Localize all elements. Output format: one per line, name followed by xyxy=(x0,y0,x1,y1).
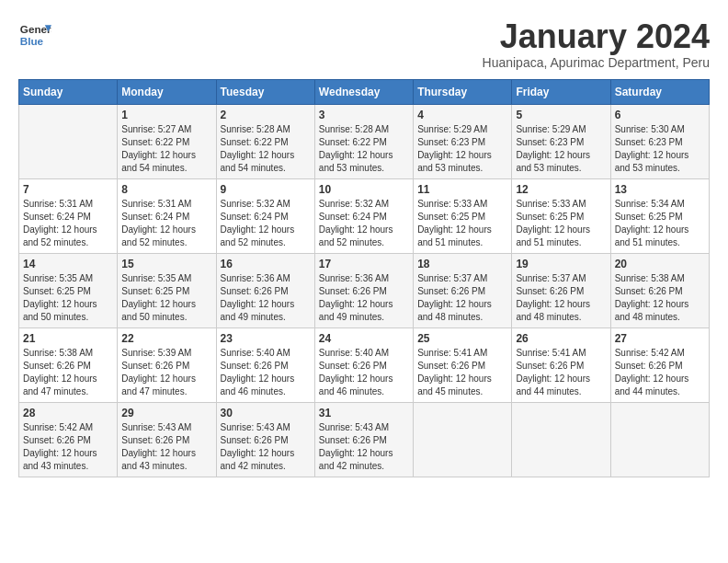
day-info: Sunrise: 5:32 AM Sunset: 6:24 PM Dayligh… xyxy=(221,198,311,249)
day-info: Sunrise: 5:29 AM Sunset: 6:23 PM Dayligh… xyxy=(516,123,606,175)
days-header-row: SundayMondayTuesdayWednesdayThursdayFrid… xyxy=(19,79,710,104)
day-number: 1 xyxy=(121,109,211,121)
day-info: Sunrise: 5:31 AM Sunset: 6:24 PM Dayligh… xyxy=(121,198,211,249)
calendar-cell: 8Sunrise: 5:31 AM Sunset: 6:24 PM Daylig… xyxy=(118,178,216,253)
day-number: 20 xyxy=(615,258,705,270)
day-number: 23 xyxy=(221,332,311,345)
day-info: Sunrise: 5:29 AM Sunset: 6:23 PM Dayligh… xyxy=(417,123,507,175)
day-info: Sunrise: 5:35 AM Sunset: 6:25 PM Dayligh… xyxy=(121,272,211,324)
day-info: Sunrise: 5:33 AM Sunset: 6:25 PM Dayligh… xyxy=(417,198,507,249)
calendar-cell: 30Sunrise: 5:43 AM Sunset: 6:26 PM Dayli… xyxy=(216,402,314,477)
calendar-cell: 18Sunrise: 5:37 AM Sunset: 6:26 PM Dayli… xyxy=(414,253,512,327)
day-number: 22 xyxy=(121,332,211,345)
day-info: Sunrise: 5:37 AM Sunset: 6:26 PM Dayligh… xyxy=(516,272,606,324)
day-header-wednesday: Wednesday xyxy=(314,79,413,104)
calendar-cell: 10Sunrise: 5:32 AM Sunset: 6:24 PM Dayli… xyxy=(314,178,413,253)
calendar-cell: 7Sunrise: 5:31 AM Sunset: 6:24 PM Daylig… xyxy=(19,178,118,253)
day-number: 8 xyxy=(121,183,211,196)
calendar-cell: 16Sunrise: 5:36 AM Sunset: 6:26 PM Dayli… xyxy=(216,253,314,327)
calendar-cell: 23Sunrise: 5:40 AM Sunset: 6:26 PM Dayli… xyxy=(216,327,314,402)
week-row-1: 1Sunrise: 5:27 AM Sunset: 6:22 PM Daylig… xyxy=(19,104,710,178)
day-header-thursday: Thursday xyxy=(414,79,512,104)
calendar-cell: 19Sunrise: 5:37 AM Sunset: 6:26 PM Dayli… xyxy=(512,253,610,327)
day-info: Sunrise: 5:37 AM Sunset: 6:26 PM Dayligh… xyxy=(417,272,507,324)
calendar-cell: 11Sunrise: 5:33 AM Sunset: 6:25 PM Dayli… xyxy=(414,178,512,253)
week-row-2: 7Sunrise: 5:31 AM Sunset: 6:24 PM Daylig… xyxy=(19,178,710,253)
title-section: January 2024 Huanipaca, Apurimac Departm… xyxy=(483,18,710,70)
day-number: 3 xyxy=(319,109,409,121)
day-number: 5 xyxy=(516,109,606,121)
day-info: Sunrise: 5:40 AM Sunset: 6:26 PM Dayligh… xyxy=(319,347,409,398)
day-info: Sunrise: 5:36 AM Sunset: 6:26 PM Dayligh… xyxy=(221,272,311,324)
day-number: 12 xyxy=(516,183,606,196)
calendar-cell: 15Sunrise: 5:35 AM Sunset: 6:25 PM Dayli… xyxy=(118,253,216,327)
calendar-cell: 26Sunrise: 5:41 AM Sunset: 6:26 PM Dayli… xyxy=(512,327,610,402)
calendar-cell: 6Sunrise: 5:30 AM Sunset: 6:23 PM Daylig… xyxy=(610,104,709,178)
day-header-monday: Monday xyxy=(118,79,216,104)
day-info: Sunrise: 5:38 AM Sunset: 6:26 PM Dayligh… xyxy=(23,347,113,398)
day-info: Sunrise: 5:27 AM Sunset: 6:22 PM Dayligh… xyxy=(121,123,211,175)
day-number: 26 xyxy=(516,332,606,345)
calendar-cell: 5Sunrise: 5:29 AM Sunset: 6:23 PM Daylig… xyxy=(512,104,610,178)
day-info: Sunrise: 5:43 AM Sunset: 6:26 PM Dayligh… xyxy=(221,421,311,473)
logo: General Blue xyxy=(18,18,51,52)
day-number: 2 xyxy=(221,109,311,121)
calendar-cell: 20Sunrise: 5:38 AM Sunset: 6:26 PM Dayli… xyxy=(610,253,709,327)
logo-icon: General Blue xyxy=(18,18,51,52)
week-row-4: 21Sunrise: 5:38 AM Sunset: 6:26 PM Dayli… xyxy=(19,327,710,402)
calendar-table: SundayMondayTuesdayWednesdayThursdayFrid… xyxy=(18,79,710,477)
location-subtitle: Huanipaca, Apurimac Department, Peru xyxy=(483,55,710,70)
calendar-cell: 27Sunrise: 5:42 AM Sunset: 6:26 PM Dayli… xyxy=(610,327,709,402)
day-number: 10 xyxy=(319,183,409,196)
day-info: Sunrise: 5:28 AM Sunset: 6:22 PM Dayligh… xyxy=(319,123,409,175)
calendar-cell: 29Sunrise: 5:43 AM Sunset: 6:26 PM Dayli… xyxy=(118,402,216,477)
day-header-sunday: Sunday xyxy=(19,79,118,104)
calendar-cell: 14Sunrise: 5:35 AM Sunset: 6:25 PM Dayli… xyxy=(19,253,118,327)
month-title: January 2024 xyxy=(483,18,710,55)
calendar-cell: 22Sunrise: 5:39 AM Sunset: 6:26 PM Dayli… xyxy=(118,327,216,402)
day-info: Sunrise: 5:31 AM Sunset: 6:24 PM Dayligh… xyxy=(23,198,113,249)
day-number: 27 xyxy=(615,332,705,345)
day-info: Sunrise: 5:34 AM Sunset: 6:25 PM Dayligh… xyxy=(615,198,705,249)
day-info: Sunrise: 5:40 AM Sunset: 6:26 PM Dayligh… xyxy=(221,347,311,398)
day-number: 17 xyxy=(319,258,409,270)
day-info: Sunrise: 5:32 AM Sunset: 6:24 PM Dayligh… xyxy=(319,198,409,249)
calendar-cell: 12Sunrise: 5:33 AM Sunset: 6:25 PM Dayli… xyxy=(512,178,610,253)
day-number: 29 xyxy=(121,407,211,419)
week-row-3: 14Sunrise: 5:35 AM Sunset: 6:25 PM Dayli… xyxy=(19,253,710,327)
day-info: Sunrise: 5:41 AM Sunset: 6:26 PM Dayligh… xyxy=(516,347,606,398)
day-number: 19 xyxy=(516,258,606,270)
day-info: Sunrise: 5:38 AM Sunset: 6:26 PM Dayligh… xyxy=(615,272,705,324)
day-info: Sunrise: 5:28 AM Sunset: 6:22 PM Dayligh… xyxy=(221,123,311,175)
day-header-saturday: Saturday xyxy=(610,79,709,104)
calendar-cell: 17Sunrise: 5:36 AM Sunset: 6:26 PM Dayli… xyxy=(314,253,413,327)
day-number: 21 xyxy=(23,332,113,345)
day-number: 14 xyxy=(23,258,113,270)
day-info: Sunrise: 5:36 AM Sunset: 6:26 PM Dayligh… xyxy=(319,272,409,324)
day-number: 18 xyxy=(417,258,507,270)
svg-text:Blue: Blue xyxy=(20,35,44,47)
calendar-cell xyxy=(19,104,118,178)
day-number: 28 xyxy=(23,407,113,419)
calendar-cell: 9Sunrise: 5:32 AM Sunset: 6:24 PM Daylig… xyxy=(216,178,314,253)
day-number: 9 xyxy=(221,183,311,196)
day-info: Sunrise: 5:41 AM Sunset: 6:26 PM Dayligh… xyxy=(417,347,507,398)
calendar-cell: 1Sunrise: 5:27 AM Sunset: 6:22 PM Daylig… xyxy=(118,104,216,178)
calendar-cell: 28Sunrise: 5:42 AM Sunset: 6:26 PM Dayli… xyxy=(19,402,118,477)
week-row-5: 28Sunrise: 5:42 AM Sunset: 6:26 PM Dayli… xyxy=(19,402,710,477)
day-number: 15 xyxy=(121,258,211,270)
day-number: 25 xyxy=(417,332,507,345)
calendar-cell xyxy=(414,402,512,477)
svg-text:General: General xyxy=(20,23,51,35)
calendar-cell: 25Sunrise: 5:41 AM Sunset: 6:26 PM Dayli… xyxy=(414,327,512,402)
day-header-tuesday: Tuesday xyxy=(216,79,314,104)
calendar-cell: 13Sunrise: 5:34 AM Sunset: 6:25 PM Dayli… xyxy=(610,178,709,253)
calendar-cell: 24Sunrise: 5:40 AM Sunset: 6:26 PM Dayli… xyxy=(314,327,413,402)
calendar-cell: 21Sunrise: 5:38 AM Sunset: 6:26 PM Dayli… xyxy=(19,327,118,402)
calendar-cell: 4Sunrise: 5:29 AM Sunset: 6:23 PM Daylig… xyxy=(414,104,512,178)
day-info: Sunrise: 5:42 AM Sunset: 6:26 PM Dayligh… xyxy=(23,421,113,473)
day-number: 6 xyxy=(615,109,705,121)
header: General Blue January 2024 Huanipaca, Apu… xyxy=(18,18,710,70)
day-info: Sunrise: 5:33 AM Sunset: 6:25 PM Dayligh… xyxy=(516,198,606,249)
day-header-friday: Friday xyxy=(512,79,610,104)
